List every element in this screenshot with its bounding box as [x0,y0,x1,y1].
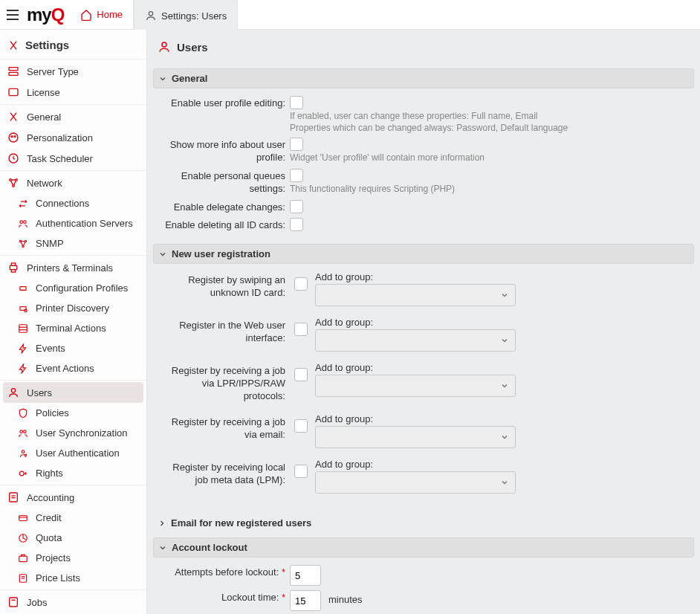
svg-point-17 [25,240,26,242]
svg-point-16 [19,240,21,242]
lockout-time-input[interactable] [290,590,321,611]
tab-settings-users[interactable]: Settings: Users [134,0,238,30]
sidebar-item-accounting[interactable]: Accounting [0,487,146,508]
personal-queues-checkbox[interactable] [290,169,303,182]
reg-swipe-checkbox[interactable] [294,277,308,291]
tab-active-label: Settings: Users [161,10,227,22]
sidebar-item-price-lists[interactable]: Price Lists [0,568,146,588]
hint: If enabled, user can change these proper… [290,111,568,121]
sidebar-title: Settings [0,34,146,59]
sidebar-item-server-type[interactable]: Server Type [0,61,146,82]
reg-email-group-select[interactable] [315,426,516,448]
chevron-down-icon [500,291,509,300]
reg-label: Register in the Web user interface: [158,317,290,345]
sidebar-item-rights[interactable]: Rights [0,463,146,483]
svg-rect-25 [19,324,27,332]
chevron-down-icon [500,433,509,442]
sidebar-item-events[interactable]: Events [0,338,146,358]
tab-home[interactable]: Home [70,0,134,29]
chevron-down-icon [500,478,509,487]
show-more-info-checkbox[interactable] [290,138,303,151]
reg-web-group-select[interactable] [315,329,516,352]
sidebar-item-projects[interactable]: Projects [0,548,146,568]
personal-queues-label: Enable personal queues settings: [158,169,290,195]
section-newuser-header[interactable]: New user registration [153,244,694,264]
svg-rect-22 [20,286,26,290]
sidebar-item-config-profiles[interactable]: Configuration Profiles [0,278,146,298]
svg-point-48 [162,42,166,47]
sidebar-item-users[interactable]: Users [3,382,143,403]
reg-lpm-group-select[interactable] [315,471,516,494]
section-email-header[interactable]: Email for new registered users [153,511,694,534]
svg-point-29 [20,430,23,433]
svg-rect-37 [19,515,27,520]
svg-point-11 [10,179,12,181]
reg-swipe-group-select[interactable] [315,284,516,306]
delegate-label: Enable delegate changes: [158,200,290,214]
svg-rect-21 [11,270,15,272]
chevron-down-icon [158,250,167,259]
attempts-input[interactable] [290,565,321,586]
page-title: Users [153,30,694,65]
sidebar-item-license[interactable]: License [0,82,146,103]
svg-rect-20 [11,263,15,265]
delegate-checkbox[interactable] [290,200,303,213]
svg-rect-4 [9,68,18,71]
sidebar-item-task-scheduler[interactable]: Task Scheduler [0,148,146,169]
enable-profile-edit-checkbox[interactable] [290,96,303,109]
sidebar-item-event-actions[interactable]: Event Actions [0,358,146,378]
add-to-group-label: Add to group: [315,362,690,373]
sidebar-item-printers[interactable]: Printers & Terminals [0,257,146,278]
tab-home-label: Home [97,9,123,20]
user-icon [145,10,157,22]
sidebar-item-network[interactable]: Network [0,172,146,193]
enable-profile-edit-label: Enable user profile editing: [158,96,290,110]
user-icon [158,40,171,54]
reg-web-checkbox[interactable] [294,323,308,336]
sidebar-item-terminal-actions[interactable]: Terminal Actions [0,318,146,338]
sidebar-item-general[interactable]: General [0,106,146,127]
sidebar-item-policies[interactable]: Policies [0,403,146,423]
sidebar-item-jobs[interactable]: Jobs [0,592,146,613]
sidebar-item-credit[interactable]: Credit [0,508,146,528]
reg-label: Register by receiving local job meta dat… [158,459,290,487]
sidebar-item-quota[interactable]: Quota [0,528,146,548]
section-lockout-header[interactable]: Account lockout [153,537,694,558]
hint: Properties which can be changed always: … [290,123,568,133]
svg-point-12 [16,179,18,181]
svg-point-28 [11,389,15,392]
delete-id-label: Enable deleting all ID cards: [158,218,290,232]
svg-point-8 [11,136,13,138]
reg-lpr-checkbox[interactable] [294,368,308,381]
chevron-right-icon [158,519,166,528]
sidebar-item-auth-servers[interactable]: Authentication Servers [0,213,146,233]
chevron-down-icon [158,543,167,552]
sidebar-item-printer-discovery[interactable]: Printer Discovery [0,298,146,318]
add-to-group-label: Add to group: [315,317,690,328]
sidebar-item-user-sync[interactable]: User Synchronization [0,423,146,443]
section-general-header[interactable]: General [153,68,694,88]
sidebar-item-user-auth[interactable]: User Authentication [0,443,146,463]
reg-lpr-group-select[interactable] [315,375,516,397]
svg-rect-5 [9,72,18,75]
sidebar-item-connections[interactable]: Connections [0,193,146,213]
menu-button[interactable] [0,0,25,29]
reg-email-checkbox[interactable] [294,419,308,433]
reg-lpm-checkbox[interactable] [294,465,308,478]
reg-label: Register by receiving a job via LPR/IPPS… [158,362,290,403]
sidebar: Settings Server Type License General Per… [0,30,147,614]
main-content: Users General Enable user profile editin… [147,30,700,614]
svg-point-3 [149,12,152,16]
svg-point-18 [22,245,24,247]
add-to-group-label: Add to group: [315,413,690,424]
sidebar-item-snmp[interactable]: SNMP [0,233,146,253]
svg-point-7 [9,133,18,142]
reg-label: Register by receiving a job via email: [158,413,290,442]
delete-id-checkbox[interactable] [290,218,303,231]
hint: Widget 'User profile' will contain more … [290,152,485,163]
svg-point-30 [24,430,26,433]
svg-rect-19 [10,265,16,269]
sidebar-item-personalization[interactable]: Personalization [0,127,146,148]
hint: This functionality requires Scripting (P… [290,184,455,194]
svg-point-13 [13,185,15,187]
